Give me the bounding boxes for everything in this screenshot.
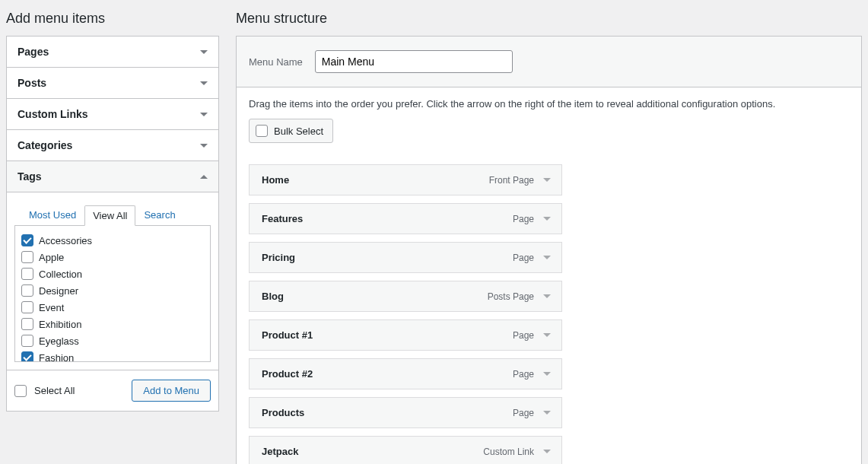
add-menu-items-heading: Add menu items [6, 11, 219, 27]
tag-label: Exhibition [39, 319, 81, 330]
tags-panel-footer: Select All Add to Menu [7, 370, 218, 411]
tag-label: Collection [39, 269, 82, 280]
tag-item-accessories[interactable]: Accessories [17, 232, 205, 249]
tag-item-collection[interactable]: Collection [17, 265, 205, 282]
chevron-down-icon [200, 50, 208, 54]
menu-item-title: Products [262, 407, 513, 418]
select-all-toggle[interactable]: Select All [14, 385, 75, 397]
select-all-label: Select All [34, 385, 75, 396]
tag-label: Event [39, 302, 64, 313]
chevron-down-icon[interactable] [543, 256, 551, 259]
tag-label: Accessories [39, 235, 92, 246]
menu-name-label: Menu Name [249, 56, 303, 68]
tab-most-used[interactable]: Most Used [21, 205, 84, 225]
chevron-down-icon[interactable] [543, 333, 551, 337]
menu-item-title: Product #1 [262, 329, 513, 341]
chevron-down-icon[interactable] [543, 450, 551, 453]
menu-item-product-1[interactable]: Product #1 Page [249, 319, 562, 351]
checkbox-icon[interactable] [21, 268, 33, 280]
menu-item-jetpack[interactable]: Jetpack Custom Link [249, 436, 562, 464]
chevron-down-icon [200, 113, 208, 116]
checkbox-icon[interactable] [21, 351, 33, 362]
menu-item-type: Posts Page [488, 291, 534, 302]
menu-structure-heading: Menu structure [236, 11, 862, 27]
checkbox-icon[interactable] [21, 335, 33, 347]
chevron-down-icon[interactable] [543, 217, 551, 221]
bulk-select-label: Bulk Select [274, 126, 323, 137]
tag-item-apple[interactable]: Apple [17, 249, 205, 265]
panel-tags-title: Tags [17, 170, 42, 183]
chevron-down-icon [200, 144, 208, 148]
checkbox-icon[interactable] [21, 251, 33, 263]
menu-item-type: Page [513, 330, 534, 341]
menu-item-type: Custom Link [483, 447, 534, 457]
tag-item-designer[interactable]: Designer [17, 282, 205, 299]
panel-custom-links[interactable]: Custom Links [7, 99, 218, 130]
bulk-select-toggle[interactable]: Bulk Select [249, 119, 333, 143]
checkbox-icon[interactable] [21, 284, 33, 297]
panel-tags[interactable]: Tags [7, 161, 218, 192]
panel-pages[interactable]: Pages [7, 37, 218, 68]
checkbox-icon[interactable] [21, 318, 33, 330]
checkbox-icon[interactable] [256, 125, 268, 137]
menu-item-title: Jetpack [262, 446, 483, 457]
menu-items-list: Home Front Page Features Page Pricing Pa… [249, 164, 562, 464]
checkbox-icon[interactable] [21, 301, 33, 313]
menu-item-title: Blog [262, 291, 488, 302]
checkbox-icon[interactable] [21, 234, 33, 246]
tags-panel-body: Most Used View All Search Accessories Ap… [7, 192, 218, 370]
tag-item-exhibition[interactable]: Exhibition [17, 316, 205, 332]
menu-item-blog[interactable]: Blog Posts Page [249, 281, 562, 312]
panel-categories-title: Categories [17, 139, 72, 151]
menu-item-type: Page [513, 369, 534, 380]
tag-item-fashion[interactable]: Fashion [17, 349, 205, 362]
menu-item-type: Page [513, 214, 534, 224]
menu-name-input[interactable] [315, 50, 513, 73]
tag-label: Eyeglass [39, 335, 79, 347]
checkbox-icon[interactable] [14, 385, 27, 397]
add-to-menu-button[interactable]: Add to Menu [132, 380, 211, 402]
panel-posts[interactable]: Posts [7, 68, 218, 99]
tag-item-eyeglass[interactable]: Eyeglass [17, 332, 205, 349]
menu-item-type: Page [513, 253, 534, 263]
menu-item-type: Front Page [489, 175, 534, 186]
tag-label: Apple [39, 252, 64, 263]
tag-label: Fashion [39, 352, 74, 363]
menu-item-features[interactable]: Features Page [249, 203, 562, 234]
chevron-down-icon [200, 81, 208, 85]
menu-instructions: Drag the items into the order you prefer… [249, 98, 849, 110]
chevron-down-icon[interactable] [543, 294, 551, 298]
tag-label: Designer [39, 285, 78, 297]
panel-posts-title: Posts [17, 77, 46, 89]
menu-item-products[interactable]: Products Page [249, 397, 562, 428]
chevron-down-icon[interactable] [543, 411, 551, 415]
menu-item-title: Product #2 [262, 368, 513, 380]
menu-edit-box: Menu Name Drag the items into the order … [236, 36, 862, 464]
tab-search[interactable]: Search [135, 205, 183, 225]
menu-item-product-2[interactable]: Product #2 Page [249, 358, 562, 389]
meta-box-container: Pages Posts Custom Links Categories Tags [6, 36, 219, 412]
menu-item-type: Page [513, 408, 534, 418]
menu-item-title: Features [262, 213, 513, 224]
panel-pages-title: Pages [17, 46, 49, 58]
tag-list[interactable]: Accessories Apple Collection Designer [14, 225, 211, 362]
menu-item-pricing[interactable]: Pricing Page [249, 242, 562, 273]
chevron-down-icon[interactable] [543, 372, 551, 376]
menu-item-title: Home [262, 174, 489, 186]
panel-categories[interactable]: Categories [7, 130, 218, 161]
menu-item-home[interactable]: Home Front Page [249, 164, 562, 195]
tag-item-event[interactable]: Event [17, 299, 205, 316]
panel-custom-links-title: Custom Links [17, 108, 88, 120]
menu-item-title: Pricing [262, 252, 513, 263]
chevron-down-icon[interactable] [543, 178, 551, 182]
chevron-up-icon [200, 175, 208, 179]
tab-view-all[interactable]: View All [84, 205, 135, 226]
